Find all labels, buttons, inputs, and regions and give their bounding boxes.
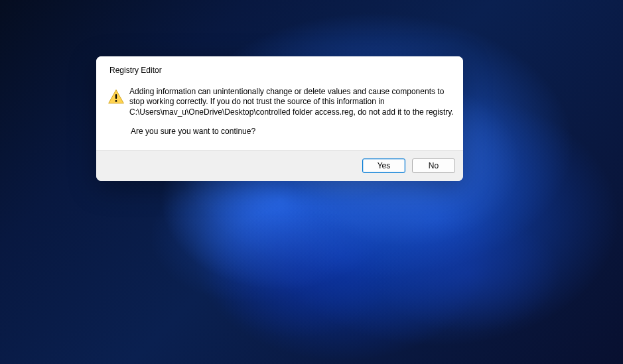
svg-rect-0 bbox=[115, 94, 117, 99]
dialog-confirm-text: Are you sure you want to continue? bbox=[129, 127, 454, 137]
dialog-title: Registry Editor bbox=[96, 56, 463, 80]
desktop-wallpaper bbox=[0, 0, 623, 364]
registry-editor-dialog: Registry Editor Adding information can u… bbox=[96, 56, 463, 181]
no-button[interactable]: No bbox=[412, 158, 455, 173]
dialog-body: Adding information can unintentionally c… bbox=[96, 80, 463, 150]
svg-point-1 bbox=[115, 100, 117, 102]
dialog-warning-text: Adding information can unintentionally c… bbox=[129, 87, 454, 117]
dialog-icon-column bbox=[103, 87, 129, 137]
dialog-message-column: Adding information can unintentionally c… bbox=[129, 87, 456, 137]
yes-button[interactable]: Yes bbox=[362, 158, 405, 173]
warning-icon bbox=[107, 88, 125, 108]
dialog-footer: Yes No bbox=[96, 150, 463, 181]
